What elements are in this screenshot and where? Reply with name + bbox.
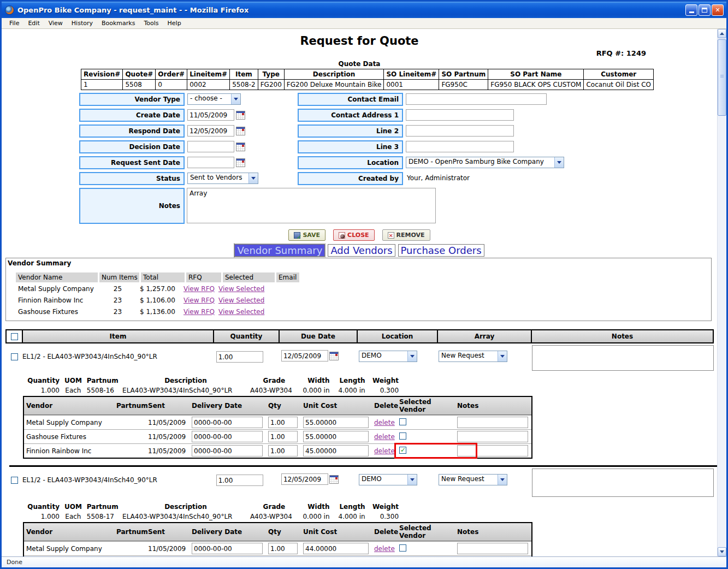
delivery-date-input[interactable] bbox=[192, 431, 263, 442]
chevron-down-icon[interactable] bbox=[407, 351, 417, 361]
item-quantity-input[interactable] bbox=[216, 351, 263, 363]
chevron-down-icon[interactable] bbox=[231, 94, 240, 104]
item-quantity-input[interactable] bbox=[216, 475, 263, 486]
menu-bookmarks[interactable]: Bookmarks bbox=[97, 20, 139, 27]
tab-vendor-summary[interactable]: Vendor Summary bbox=[234, 244, 325, 257]
menu-file[interactable]: File bbox=[5, 20, 23, 27]
view-rfq-link[interactable]: View RFQ bbox=[184, 297, 215, 304]
num-items: 25 bbox=[98, 285, 138, 293]
menu-help[interactable]: Help bbox=[163, 20, 186, 27]
scroll-up-button[interactable] bbox=[718, 29, 726, 38]
delete-link[interactable]: delete bbox=[374, 433, 395, 441]
menu-view[interactable]: View bbox=[44, 20, 67, 27]
maximize-button[interactable] bbox=[699, 4, 711, 16]
unit-cost-input[interactable] bbox=[303, 431, 369, 442]
chevron-down-icon[interactable] bbox=[248, 173, 258, 183]
quote-cell: 0001 bbox=[384, 80, 439, 90]
rfq-form: Vendor Type - choose - Create Date Respo… bbox=[2, 93, 717, 226]
item-due-date-input[interactable] bbox=[281, 473, 328, 485]
view-rfq-link[interactable]: View RFQ bbox=[184, 285, 215, 293]
item-checkbox[interactable] bbox=[11, 477, 18, 484]
contact-address1-input[interactable] bbox=[406, 109, 514, 121]
selected-vendor-checkbox[interactable] bbox=[399, 544, 406, 552]
vertical-scrollbar[interactable] bbox=[717, 29, 726, 556]
delete-link[interactable]: delete bbox=[374, 545, 395, 553]
location-select[interactable]: DEMO - OpenPro Samburg Bike Company bbox=[406, 157, 564, 168]
calendar-icon[interactable] bbox=[329, 352, 339, 360]
close-button[interactable]: CLOSE bbox=[333, 229, 374, 241]
vendor-name: Metal Supply Company bbox=[24, 418, 114, 427]
item-checkbox[interactable] bbox=[11, 353, 18, 360]
delivery-date-input[interactable] bbox=[192, 417, 263, 428]
item-notes-textarea[interactable] bbox=[532, 345, 714, 371]
line3-input[interactable] bbox=[406, 141, 514, 152]
quote-col-header: Item bbox=[230, 69, 258, 80]
selected-vendor-checkbox[interactable] bbox=[399, 432, 406, 440]
remove-button[interactable]: REMOVE bbox=[382, 229, 430, 241]
item-col-header: Item bbox=[22, 330, 213, 342]
request-sent-date-input[interactable] bbox=[187, 157, 234, 168]
item-array-select[interactable]: New Request bbox=[439, 351, 507, 362]
quantity-col-header: Quantity bbox=[213, 330, 279, 342]
save-disk-icon bbox=[294, 232, 300, 239]
close-window-button[interactable]: ✕ bbox=[712, 4, 724, 16]
qty-input[interactable] bbox=[268, 417, 298, 428]
save-button[interactable]: SAVE bbox=[288, 229, 325, 241]
qty-input[interactable] bbox=[268, 543, 298, 554]
delete-link[interactable]: delete bbox=[374, 419, 395, 426]
minimize-button[interactable] bbox=[685, 4, 697, 16]
calendar-icon[interactable] bbox=[329, 475, 339, 484]
item-location-select[interactable]: DEMO bbox=[359, 474, 417, 485]
selected-vendor-checkbox[interactable] bbox=[399, 447, 406, 454]
view-rfq-link[interactable]: View RFQ bbox=[184, 308, 215, 316]
calendar-icon[interactable] bbox=[236, 143, 245, 151]
tab-add-vendors[interactable]: Add Vendors bbox=[328, 244, 395, 257]
unit-cost-input[interactable] bbox=[303, 417, 369, 428]
qty-input[interactable] bbox=[268, 445, 298, 457]
menu-edit[interactable]: Edit bbox=[23, 20, 44, 27]
vs-col-header: Vendor Name bbox=[16, 272, 98, 282]
scrollbar-thumb[interactable] bbox=[718, 39, 726, 116]
view-selected-link[interactable]: View Selected bbox=[218, 308, 264, 316]
vendor-notes-input[interactable] bbox=[457, 431, 528, 442]
vendor-notes-input[interactable] bbox=[457, 417, 528, 428]
unit-cost-input[interactable] bbox=[303, 445, 369, 457]
select-all-checkbox[interactable] bbox=[11, 333, 18, 340]
item-location-select[interactable]: DEMO bbox=[359, 351, 417, 362]
chevron-down-icon[interactable] bbox=[554, 157, 564, 168]
menu-history[interactable]: History bbox=[67, 20, 97, 27]
calendar-icon[interactable] bbox=[236, 127, 245, 135]
decision-date-input[interactable] bbox=[187, 141, 234, 152]
item-notes-textarea[interactable] bbox=[532, 469, 714, 497]
respond-date-input[interactable] bbox=[187, 125, 234, 137]
item-array-select[interactable]: New Request bbox=[439, 474, 507, 485]
vendor-type-select[interactable]: - choose - bbox=[187, 93, 241, 105]
notes-label: Notes bbox=[79, 188, 185, 224]
menu-tools[interactable]: Tools bbox=[139, 20, 163, 27]
vendor-notes-input[interactable] bbox=[457, 543, 528, 554]
quote-cell: FG950 BLACK OPS CUSTOM bbox=[488, 80, 584, 90]
status-select[interactable]: Sent to Vendors bbox=[187, 173, 258, 184]
vendor-notes-input[interactable] bbox=[457, 445, 528, 457]
selected-vendor-checkbox[interactable] bbox=[399, 418, 406, 425]
scroll-down-button[interactable] bbox=[718, 547, 726, 556]
calendar-icon[interactable] bbox=[236, 158, 245, 167]
view-selected-link[interactable]: View Selected bbox=[218, 297, 264, 304]
delete-link[interactable]: delete bbox=[374, 447, 395, 455]
chevron-down-icon[interactable] bbox=[407, 475, 417, 485]
item-due-date-input[interactable] bbox=[281, 350, 328, 361]
unit-cost-input[interactable] bbox=[303, 543, 369, 554]
delivery-date-input[interactable] bbox=[192, 543, 263, 554]
line2-input[interactable] bbox=[406, 125, 514, 137]
qty-input[interactable] bbox=[268, 431, 298, 442]
contact-email-input[interactable] bbox=[406, 93, 547, 105]
create-date-input[interactable] bbox=[187, 109, 234, 121]
notes-textarea[interactable]: Array bbox=[187, 188, 436, 223]
chevron-down-icon[interactable] bbox=[498, 351, 507, 361]
vendor-quote-row: Metal Supply Company 11/05/2009 delete bbox=[24, 415, 531, 429]
tab-purchase-orders[interactable]: Purchase Orders bbox=[398, 244, 484, 257]
calendar-icon[interactable] bbox=[236, 111, 245, 120]
delivery-date-input[interactable] bbox=[192, 445, 263, 457]
chevron-down-icon[interactable] bbox=[498, 475, 507, 485]
view-selected-link[interactable]: View Selected bbox=[218, 285, 264, 293]
